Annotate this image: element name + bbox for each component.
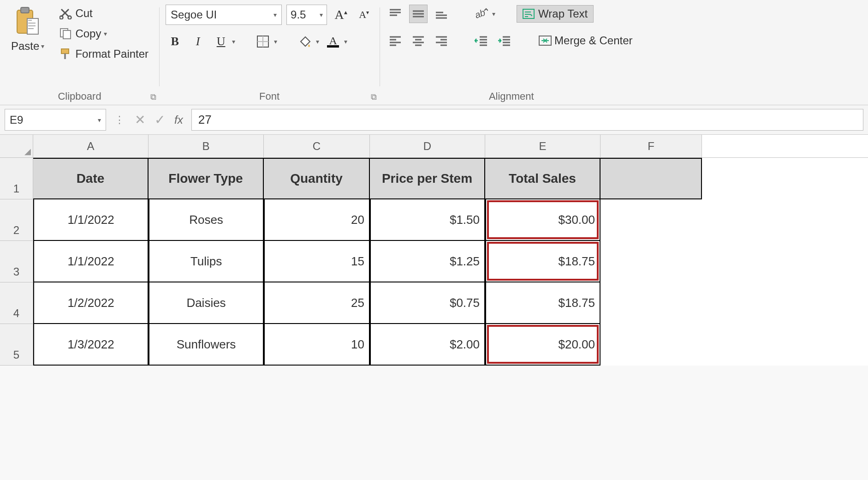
bold-button[interactable]: B [166, 32, 184, 51]
cell[interactable]: Daisies [149, 282, 264, 324]
cell[interactable]: Sunflowers [149, 324, 264, 366]
cell-empty[interactable] [600, 324, 702, 366]
select-all-corner[interactable]: ◢ [0, 135, 33, 157]
cell[interactable]: 1/2/2022 [33, 282, 149, 324]
formula-input[interactable]: 27 [191, 109, 863, 131]
cell[interactable]: $2.00 [370, 324, 485, 366]
row-header[interactable]: 4 [0, 282, 33, 324]
cell[interactable]: 25 [264, 282, 370, 324]
italic-button[interactable]: I [189, 32, 207, 51]
wrap-text-button[interactable]: Wrap Text [517, 5, 594, 23]
cell[interactable]: $0.75 [370, 282, 485, 324]
row-header[interactable]: 3 [0, 241, 33, 282]
cell[interactable]: $18.75 [485, 282, 600, 324]
align-bottom-button[interactable] [432, 5, 451, 23]
format-painter-label: Format Painter [75, 48, 149, 60]
decrease-font-button[interactable]: A▾ [355, 6, 373, 24]
row-header-1[interactable]: 1 [0, 158, 33, 199]
svg-rect-6 [63, 30, 71, 39]
cell-empty[interactable] [600, 199, 702, 241]
cell-empty[interactable] [600, 158, 702, 199]
chevron-down-icon[interactable]: ▾ [492, 10, 495, 18]
align-middle-button[interactable] [409, 5, 428, 23]
dialog-launcher-icon[interactable]: ⧉ [150, 92, 156, 102]
cell[interactable]: 20 [264, 199, 370, 241]
cell[interactable]: $30.00 [485, 199, 600, 241]
name-box[interactable]: E9 ▾ [5, 109, 106, 131]
col-header-f[interactable]: F [600, 135, 702, 157]
row-header[interactable]: 2 [0, 199, 33, 241]
alignment-group-label: Alignment [489, 90, 534, 102]
cell[interactable]: $18.75 [485, 241, 600, 282]
fill-color-button[interactable] [296, 32, 314, 51]
decrease-font-icon: A▾ [359, 9, 369, 21]
font-size-select[interactable]: 9.5 ▾ [286, 5, 327, 25]
col-header-c[interactable]: C [264, 135, 370, 157]
font-name-select[interactable]: Segoe UI ▾ [166, 5, 282, 25]
borders-icon [256, 35, 269, 48]
align-top-icon [389, 8, 402, 19]
col-header-a[interactable]: A [33, 135, 149, 157]
cell[interactable]: 15 [264, 241, 370, 282]
increase-font-button[interactable]: A▴ [332, 6, 350, 24]
align-right-button[interactable] [432, 31, 451, 50]
merge-center-button[interactable]: Merge & Center [535, 32, 636, 49]
align-bottom-icon [435, 8, 448, 19]
cell[interactable]: $20.00 [485, 324, 600, 366]
cell[interactable]: Roses [149, 199, 264, 241]
cell-empty[interactable] [600, 241, 702, 282]
paste-icon [14, 6, 41, 39]
table-header-row: 1 Date Flower Type Quantity Price per St… [0, 158, 868, 199]
table-row: 21/1/2022Roses20$1.50$30.00 [0, 199, 868, 241]
align-left-button[interactable] [386, 31, 404, 50]
copy-icon [59, 28, 72, 40]
underline-icon: U [217, 35, 226, 48]
row-header[interactable]: 5 [0, 324, 33, 366]
increase-indent-button[interactable] [495, 31, 513, 50]
align-center-icon [412, 35, 425, 46]
copy-button[interactable]: Copy ▾ [55, 25, 153, 42]
font-color-button[interactable]: A [324, 32, 342, 51]
cell[interactable]: $1.25 [370, 241, 485, 282]
orientation-button[interactable]: ab [472, 5, 490, 23]
wrap-text-label: Wrap Text [538, 7, 588, 20]
bold-icon: B [171, 35, 178, 48]
chevron-down-icon[interactable]: ▾ [232, 38, 235, 45]
align-top-button[interactable] [386, 5, 404, 23]
chevron-down-icon[interactable]: ▾ [274, 38, 277, 45]
cut-button[interactable]: Cut [55, 5, 153, 22]
fx-label[interactable]: fx [174, 114, 183, 126]
paint-bucket-icon [298, 35, 312, 48]
ribbon: Paste▾ Cut Copy ▾ [0, 0, 868, 105]
chevron-down-icon: ▾ [104, 30, 107, 37]
col-header-d[interactable]: D [370, 135, 485, 157]
paste-button[interactable]: Paste▾ [6, 5, 49, 53]
col-header-e[interactable]: E [485, 135, 600, 157]
accept-formula-button[interactable]: ✓ [155, 112, 165, 127]
chevron-down-icon[interactable]: ▾ [316, 38, 319, 45]
cell[interactable]: 1/1/2022 [33, 199, 149, 241]
cell[interactable]: 1/1/2022 [33, 241, 149, 282]
cell[interactable]: $1.50 [370, 199, 485, 241]
borders-button[interactable] [254, 32, 272, 51]
align-middle-icon [412, 8, 425, 19]
cancel-formula-button[interactable]: ✕ [135, 112, 145, 127]
align-center-button[interactable] [409, 31, 428, 50]
formula-bar: E9 ▾ ⋮ ✕ ✓ fx 27 [0, 105, 868, 135]
dialog-launcher-icon[interactable]: ⧉ [371, 92, 377, 102]
cell[interactable]: Flower Type [149, 158, 264, 199]
cell[interactable]: Total Sales [485, 158, 600, 199]
cell[interactable]: Tulips [149, 241, 264, 282]
underline-button[interactable]: U [212, 32, 230, 51]
decrease-indent-button[interactable] [472, 31, 490, 50]
cell[interactable]: Quantity [264, 158, 370, 199]
col-header-b[interactable]: B [149, 135, 264, 157]
chevron-down-icon[interactable]: ▾ [344, 38, 347, 45]
cell[interactable]: Price per Stem [370, 158, 485, 199]
cell[interactable]: 1/3/2022 [33, 324, 149, 366]
cell[interactable]: Date [33, 158, 149, 199]
cell-empty[interactable] [600, 282, 702, 324]
format-painter-button[interactable]: Format Painter [55, 45, 153, 63]
cell[interactable]: 10 [264, 324, 370, 366]
align-left-icon [389, 35, 402, 46]
